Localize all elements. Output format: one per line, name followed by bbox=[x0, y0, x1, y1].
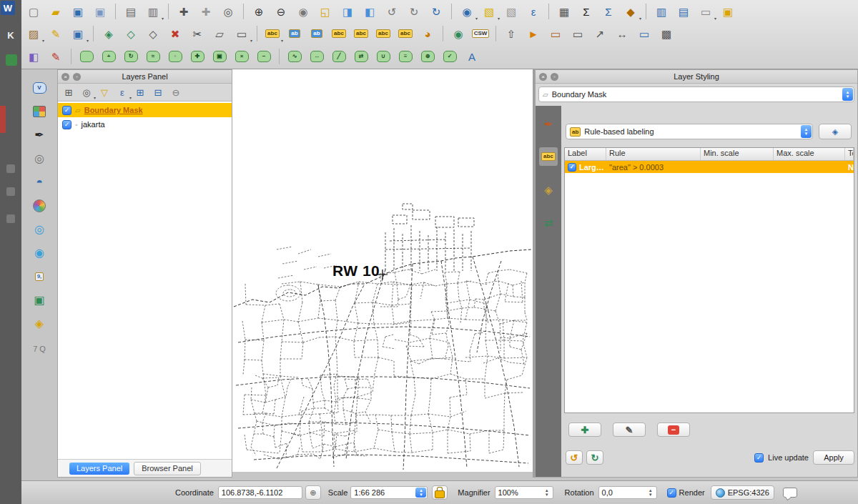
rule-checkbox[interactable]: ✓ bbox=[568, 163, 576, 172]
add-wcs-icon[interactable]: ◉ bbox=[31, 244, 48, 262]
crs-button[interactable]: EPSG:4326 bbox=[711, 485, 774, 500]
merge-features-icon[interactable]: ∪ bbox=[374, 47, 393, 66]
node-tool-icon[interactable]: ◇ bbox=[144, 24, 162, 43]
split-parts-icon[interactable]: ⇄ bbox=[352, 47, 370, 66]
pan-map-icon[interactable]: ✚ bbox=[174, 2, 193, 21]
label-properties-icon[interactable]: abc bbox=[396, 24, 415, 43]
add-ring-icon[interactable]: ◦ bbox=[166, 47, 184, 66]
zoom-to-selection-icon[interactable]: ◨ bbox=[338, 2, 357, 21]
toggle-editing-icon[interactable]: ✎ bbox=[46, 24, 65, 43]
column-header-text[interactable]: Text bbox=[845, 148, 854, 160]
touch-zoom-icon[interactable]: ◎ bbox=[219, 2, 237, 21]
column-header-max-scale[interactable]: Max. scale bbox=[774, 148, 845, 160]
remove-rule-button[interactable]: − bbox=[657, 423, 690, 437]
tab-layers-panel[interactable]: Layers Panel bbox=[69, 463, 129, 475]
add-postgis-icon[interactable]: ◓ bbox=[31, 174, 48, 191]
magnifier-input[interactable]: 100% ▲ ▼ bbox=[495, 486, 553, 499]
trim-extend-icon[interactable]: ✓ bbox=[440, 47, 459, 66]
paste-features-icon[interactable]: ▭▾ bbox=[232, 24, 251, 43]
map-refresh-icon[interactable]: ↻ bbox=[427, 2, 445, 21]
symbology-icon[interactable]: ✒ bbox=[539, 114, 558, 133]
label-move-icon[interactable]: abc bbox=[330, 24, 348, 43]
rule-row[interactable]: ✓Larg…"area" > 0.0003NAM bbox=[565, 161, 854, 173]
render-checkbox[interactable]: ✓ bbox=[667, 488, 676, 498]
coordinate-input[interactable]: 106.8738,-6.1102 bbox=[218, 486, 302, 499]
zoom-native-icon[interactable]: ◉ bbox=[294, 2, 312, 21]
move-feature-copy-icon[interactable] bbox=[77, 47, 96, 66]
new-geopackage-icon[interactable]: ▣ bbox=[31, 292, 48, 309]
offset-curve-icon[interactable]: ↔ bbox=[307, 47, 326, 66]
layer-row[interactable]: ✓▱Boundary Mask bbox=[58, 103, 232, 117]
combo-stepper-icon[interactable]: ▲ ▼ bbox=[801, 125, 812, 138]
detach-icon[interactable]: ◦ bbox=[73, 73, 81, 81]
auto-placement-button[interactable]: ◈ bbox=[819, 124, 852, 139]
add-wfs-icon[interactable]: ◎ bbox=[31, 221, 48, 238]
labeling-options-icon[interactable]: abc▾ bbox=[263, 24, 282, 43]
map-canvas[interactable]: RW 10 bbox=[232, 69, 533, 472]
show-bookmarks-icon[interactable]: ▤ bbox=[674, 2, 693, 21]
layer-rect-icon[interactable]: ▭ bbox=[568, 24, 587, 43]
save-project-icon[interactable]: ▣ bbox=[69, 2, 87, 21]
zoom-to-layer-icon[interactable]: ◧ bbox=[360, 2, 379, 21]
current-edits-icon[interactable]: ▨▾ bbox=[24, 24, 43, 43]
label-change-icon[interactable]: abc bbox=[352, 24, 370, 43]
add-delimited-text-icon[interactable]: 9, bbox=[31, 268, 48, 285]
deselect-icon[interactable]: ▧ bbox=[502, 2, 521, 21]
close-icon[interactable]: × bbox=[539, 73, 547, 81]
merge-attributes-icon[interactable]: ≡ bbox=[396, 47, 415, 66]
grid-icon[interactable]: ▩ bbox=[657, 24, 676, 43]
edit-rule-button[interactable]: ✎ bbox=[613, 423, 646, 437]
zoom-full-icon[interactable]: ◱ bbox=[316, 2, 335, 21]
zoom-out-icon[interactable]: ⊖ bbox=[272, 2, 290, 21]
nudge-icon[interactable]: ↔ bbox=[613, 24, 631, 43]
attribute-table-icon[interactable]: ▦ bbox=[555, 2, 573, 21]
scale-bar-icon[interactable]: ▭ bbox=[635, 24, 654, 43]
scale-combo[interactable]: 1:66 286 ▲ ▼ bbox=[350, 486, 428, 499]
filter-legend-icon[interactable]: ▽ bbox=[97, 84, 112, 100]
history-icon[interactable]: ⇄ bbox=[539, 213, 558, 232]
label-rotate-icon[interactable]: abc bbox=[374, 24, 393, 43]
zoom-in-icon[interactable]: ⊕ bbox=[250, 2, 268, 21]
fill-ring-icon[interactable]: ▣ bbox=[210, 47, 229, 66]
select-features-icon[interactable]: ▧▾ bbox=[480, 2, 498, 21]
label-pin-icon[interactable]: ab bbox=[285, 24, 304, 43]
labeling-mode-combo[interactable]: ab Rule-based labeling ▲ ▼ bbox=[566, 124, 813, 139]
csw-icon[interactable]: CSW bbox=[471, 24, 490, 43]
tracing-icon[interactable]: ✎ bbox=[46, 47, 65, 66]
redo-button[interactable]: ↻ bbox=[586, 450, 603, 465]
log-messages-icon[interactable] bbox=[783, 488, 797, 498]
filter-expression-icon[interactable]: ε▾ bbox=[114, 84, 130, 100]
close-icon[interactable]: × bbox=[61, 73, 69, 81]
apply-button[interactable]: Apply bbox=[813, 450, 854, 465]
detach-icon[interactable]: ◦ bbox=[551, 73, 558, 81]
expand-all-icon[interactable]: ⊞ bbox=[132, 84, 148, 100]
move-feature-icon[interactable]: ◇ bbox=[122, 24, 140, 43]
metasearch-icon[interactable]: ◉ bbox=[449, 24, 468, 43]
annotation-icon[interactable]: ▭▾ bbox=[696, 2, 715, 21]
split-features-icon[interactable]: ╱ bbox=[330, 47, 348, 66]
column-header-rule[interactable]: Rule bbox=[606, 148, 701, 160]
delete-selected-icon[interactable]: ✖ bbox=[166, 24, 184, 43]
select-by-expression-icon[interactable]: ε bbox=[524, 2, 543, 21]
new-composer-icon[interactable]: ▤ bbox=[122, 2, 140, 21]
mouse-tracking-button[interactable]: ⊕ bbox=[305, 485, 321, 500]
open-project-icon[interactable]: ▰ bbox=[46, 2, 65, 21]
tab-browser-panel[interactable]: Browser Panel bbox=[134, 462, 201, 475]
snapping-options-icon[interactable]: ◧ bbox=[24, 47, 43, 66]
add-virtual-layer-icon[interactable]: ◈ bbox=[31, 315, 48, 332]
label-show-hide-icon[interactable]: ab bbox=[307, 24, 326, 43]
zoom-next-icon[interactable]: ↻ bbox=[405, 2, 423, 21]
add-feature-icon[interactable]: ◈ bbox=[99, 24, 118, 43]
new-shapefile-icon[interactable]: ✒ bbox=[31, 127, 48, 144]
add-raster-layer-icon[interactable] bbox=[31, 103, 48, 120]
labels-icon[interactable]: abc bbox=[539, 147, 558, 166]
new-project-icon[interactable]: ▢ bbox=[24, 2, 43, 21]
collapse-all-icon[interactable]: ⊟ bbox=[150, 84, 166, 100]
manage-visibility-icon[interactable]: ◎▾ bbox=[79, 84, 94, 100]
combo-stepper-icon[interactable]: ▲ ▼ bbox=[842, 88, 853, 101]
delete-part-icon[interactable]: − bbox=[255, 47, 273, 66]
column-header-label[interactable]: Label bbox=[565, 148, 606, 160]
add-part-icon[interactable]: ✚ bbox=[188, 47, 207, 66]
add-spatialite-icon[interactable]: ◎ bbox=[31, 150, 48, 167]
layer-checkbox[interactable]: ✓ bbox=[62, 120, 72, 129]
